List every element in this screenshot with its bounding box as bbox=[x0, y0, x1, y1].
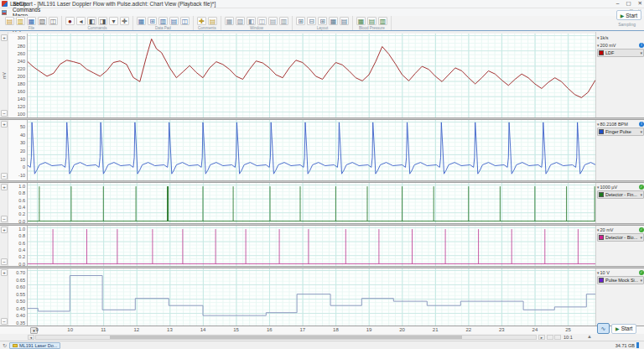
y-tick-label: 180 bbox=[18, 81, 25, 86]
y-axis-channel-1[interactable]: 300280260240220200180160140120100 bbox=[8, 34, 28, 117]
zoom-view-icon[interactable]: ◧ bbox=[247, 17, 256, 25]
plot-channel-3[interactable] bbox=[28, 183, 595, 223]
channel-status-icon: i bbox=[639, 43, 644, 48]
range-select[interactable]: ▾200 mVi bbox=[596, 41, 644, 49]
menu-bar: FileEditSetupCommandsMacroBlood Pressure… bbox=[0, 8, 644, 16]
bp-settings-icon[interactable]: ▦ bbox=[356, 17, 366, 25]
y-tick-label: 0.50 bbox=[16, 299, 25, 304]
y-axis-channel-4[interactable]: 1.00.80.60.40.20.0 bbox=[8, 226, 28, 266]
save-icon[interactable]: ▦ bbox=[27, 17, 36, 25]
scale-plus-button[interactable]: + bbox=[1, 121, 8, 128]
y-axis-channel-5[interactable]: 0.700.650.600.550.500.450.400.35 bbox=[8, 268, 28, 326]
zoom-icon[interactable]: ◨ bbox=[98, 17, 107, 25]
range-select[interactable]: ▾20 mV✓ bbox=[596, 226, 644, 233]
menu-commands[interactable]: Commands bbox=[9, 7, 53, 13]
layout-manage-icon[interactable]: ▤ bbox=[340, 17, 349, 25]
range-select[interactable]: ▾10 V✓ bbox=[596, 268, 644, 276]
datapad-add-row-icon[interactable]: ⊞ bbox=[148, 17, 157, 25]
layout-add-icon[interactable]: ⊞ bbox=[318, 17, 327, 25]
scale-minus-button[interactable]: − bbox=[1, 258, 8, 265]
scale-plus-button[interactable]: + bbox=[1, 227, 8, 233]
labchart-logo-icon bbox=[2, 1, 8, 7]
chevron-down-icon: ▾ bbox=[597, 270, 600, 275]
channel-selector[interactable]: Finger Pulse▾ bbox=[597, 128, 644, 136]
y-tick-label: 40 bbox=[20, 133, 25, 138]
y-tick-label: 0.55 bbox=[16, 292, 25, 297]
add-comment-icon[interactable]: ✚ bbox=[197, 17, 206, 25]
scale-minus-button[interactable]: − bbox=[1, 173, 8, 180]
minimize-icon[interactable]: – bbox=[616, 0, 620, 7]
datapad-export-icon[interactable]: ◫ bbox=[180, 17, 190, 25]
range-select[interactable]: ▾1000 µV✓ bbox=[596, 183, 644, 190]
datapad-view-icon[interactable]: ▦ bbox=[137, 17, 146, 25]
select-icon[interactable]: ◧ bbox=[87, 17, 96, 25]
scope-view-icon[interactable]: ▥ bbox=[279, 17, 288, 25]
channel-selector[interactable]: Detector - Fin...▾ bbox=[597, 190, 644, 199]
y-axis-channel-3[interactable]: 1.00.80.60.40.20.0 bbox=[8, 183, 28, 223]
plot-channel-2[interactable] bbox=[28, 120, 595, 180]
y-tick-label: 0.6 bbox=[18, 241, 25, 246]
plot-channel-4[interactable] bbox=[28, 226, 595, 266]
goto-start-icon[interactable]: ◂ bbox=[76, 17, 86, 25]
goto-end-button[interactable] bbox=[554, 335, 561, 340]
stimulator-icon[interactable]: ✚ bbox=[120, 17, 129, 25]
y-axis-channel-2[interactable]: 50403020100-10 bbox=[8, 120, 28, 180]
chevron-down-icon: ▾ bbox=[597, 122, 600, 127]
scale-minus-button[interactable]: − bbox=[1, 216, 8, 222]
tile-windows-icon[interactable]: ▦ bbox=[225, 17, 234, 25]
bp-analysis-icon[interactable]: ▤ bbox=[367, 17, 377, 25]
scale-minus-button[interactable]: − bbox=[1, 318, 8, 325]
waveform-mode-icon[interactable]: ∿ bbox=[597, 323, 610, 334]
range-select[interactable]: ▾80.2108 BPMi bbox=[596, 120, 644, 128]
open-file-icon[interactable]: ▥ bbox=[16, 17, 25, 25]
channel-splitter[interactable] bbox=[0, 117, 644, 120]
refresh-icon[interactable]: ↻ bbox=[3, 342, 7, 348]
compression-ratio[interactable]: 10:1 bbox=[564, 335, 573, 340]
start-button-bottom[interactable]: ▶ Start bbox=[611, 324, 636, 334]
chart-view-icon[interactable]: ▤ bbox=[268, 17, 278, 25]
scale-plus-button[interactable]: + bbox=[1, 184, 8, 190]
scroll-left-icon[interactable]: ◂ bbox=[28, 335, 34, 340]
close-icon[interactable]: ✕ bbox=[638, 0, 642, 7]
cascade-windows-icon[interactable]: ▧ bbox=[236, 17, 245, 25]
maximize-icon[interactable]: ▢ bbox=[626, 0, 631, 7]
channel-selector[interactable]: LDF▾ bbox=[597, 49, 644, 57]
toolbar-group-file: ▤▥▦▧◫File bbox=[2, 16, 62, 30]
channel-selector[interactable]: Pulse Mock Si...▾ bbox=[597, 276, 644, 284]
comments-list-icon[interactable]: ▤ bbox=[208, 17, 217, 25]
datapad-columns-icon[interactable]: ▥ bbox=[158, 17, 168, 25]
scale-plus-button[interactable]: + bbox=[1, 34, 8, 41]
start-button[interactable]: ▶ Start bbox=[616, 10, 641, 20]
channel-splitter[interactable] bbox=[0, 223, 644, 226]
plot-channel-1[interactable] bbox=[28, 34, 595, 117]
scrollbar-thumb[interactable] bbox=[110, 336, 462, 339]
menu-setup[interactable]: Setup bbox=[9, 1, 53, 7]
scale-minus-button[interactable]: − bbox=[1, 110, 8, 117]
split-view-icon[interactable]: ◫ bbox=[257, 17, 267, 25]
channel-color-swatch bbox=[599, 192, 604, 197]
datapad-autosize-icon[interactable]: ▤ bbox=[169, 17, 179, 25]
view-width-icon[interactable]: ▲ bbox=[587, 334, 592, 339]
layout-columns-icon[interactable]: ⊟ bbox=[307, 17, 316, 25]
sample-rate-select[interactable]: ▾1k/s bbox=[596, 34, 644, 41]
chevron-down-icon: ▾ bbox=[597, 227, 600, 232]
layout-grid-icon[interactable]: ⊞ bbox=[296, 17, 305, 25]
new-file-icon[interactable]: ▤ bbox=[5, 17, 14, 25]
scroll-right-icon[interactable]: ▸ bbox=[538, 335, 545, 340]
scale-plus-button[interactable]: + bbox=[1, 269, 8, 276]
page-setup-icon[interactable]: ◫ bbox=[49, 17, 58, 25]
channel-selector[interactable]: Detector - Blo...▾ bbox=[597, 233, 644, 242]
file-tab[interactable]: ML191 Laser Do... bbox=[9, 342, 60, 349]
labchart-window: LabChart - [ML191 Laser Doppler Flow wit… bbox=[0, 0, 644, 349]
channel-splitter[interactable] bbox=[0, 180, 644, 183]
scrollbar-track[interactable] bbox=[35, 335, 537, 340]
plot-channel-5[interactable] bbox=[28, 268, 595, 326]
find-icon[interactable]: ● bbox=[65, 17, 75, 25]
channel-block-1: ▾1k/s▾200 mViLDF▾ bbox=[596, 34, 644, 57]
add-marker-icon[interactable]: ▾ bbox=[109, 17, 118, 25]
channel-splitter[interactable] bbox=[0, 266, 644, 268]
layout-save-icon[interactable]: ▦ bbox=[329, 17, 338, 25]
goto-start-button[interactable] bbox=[547, 335, 553, 340]
bp-report-icon[interactable]: ▥ bbox=[378, 17, 387, 25]
print-icon[interactable]: ▧ bbox=[38, 17, 47, 25]
